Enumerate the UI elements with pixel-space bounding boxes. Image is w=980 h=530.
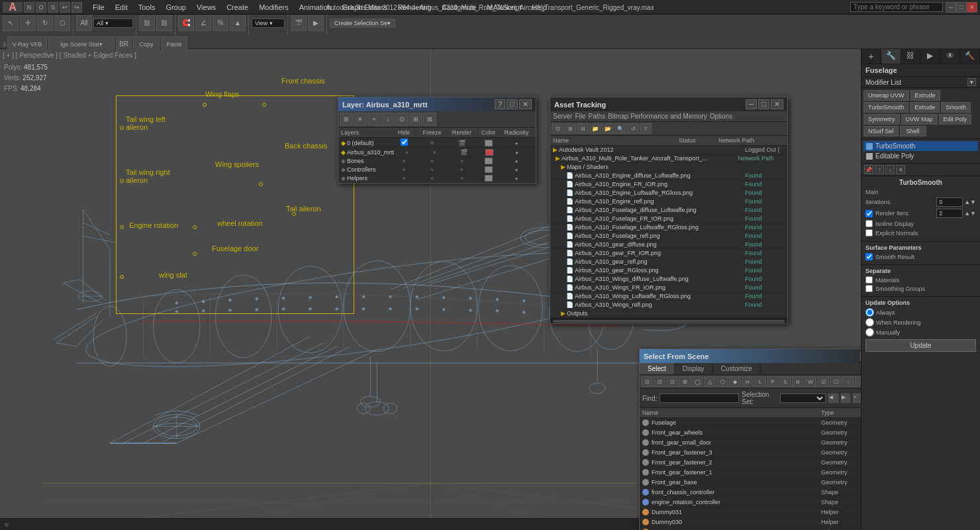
mod-btn-symmetry[interactable]: Symmetry xyxy=(863,114,900,125)
layer-row-bones[interactable]: ◆ Bones ● ● ● ● xyxy=(338,157,536,166)
manually-radio[interactable] xyxy=(865,328,874,337)
sfs-selset-btn-3[interactable]: + xyxy=(853,394,861,403)
when-rendering-radio[interactable] xyxy=(865,318,874,327)
link-btn[interactable]: ⛓ xyxy=(139,15,155,31)
sfs-find-input[interactable] xyxy=(660,394,739,403)
delete-mod-btn[interactable]: ✕ xyxy=(896,165,905,174)
undo-btn[interactable]: ↩ xyxy=(60,2,70,13)
layer-tool-2[interactable]: ✕ xyxy=(354,113,367,126)
select-btn[interactable]: ↖ xyxy=(3,15,19,31)
sfs-icon-14[interactable]: W xyxy=(805,376,816,387)
asset-menu-file[interactable]: File xyxy=(575,113,585,120)
asset-icon-3[interactable]: ⊟ xyxy=(577,123,589,134)
search-input[interactable] xyxy=(850,2,943,12)
modifier-editablepoly[interactable]: Editable Poly xyxy=(863,151,978,161)
sfs-tab-customize[interactable]: Customize xyxy=(713,363,761,374)
asset-icon-2[interactable]: ⊞ xyxy=(564,123,576,134)
tab-modify[interactable]: 🔧 xyxy=(881,49,901,64)
view-dropdown[interactable]: View ▾ xyxy=(252,19,285,28)
mod-btn-turbosmooth[interactable]: TurboSmooth xyxy=(863,102,908,113)
modifier-turbosmooth[interactable]: TurboSmooth xyxy=(863,141,978,151)
asset-row-fus-diff[interactable]: 📄 Airbus_A310_Fuselage_diffuse_Luftwaffe… xyxy=(550,206,787,215)
asset-min[interactable]: ─ xyxy=(746,99,758,109)
sfs-row-fgf1[interactable]: Front_gear_fastener_1 Geometry xyxy=(640,468,861,478)
asset-menu-bitmap[interactable]: Bitmap Performance and Memory xyxy=(608,113,707,120)
asset-row-eng-fr[interactable]: 📄 Airbus_A310_Engine_FR_IOR.png Found xyxy=(550,180,787,189)
asset-row-vault[interactable]: ▶ Autodesk Vault 2012 Logged Out ( xyxy=(550,146,787,154)
mod-btn-nsurf[interactable]: NSurf Sel xyxy=(863,126,899,136)
asset-icon-5[interactable]: 📂 xyxy=(602,123,614,134)
menu-views[interactable]: Views xyxy=(191,2,221,13)
asset-row-eng-refl[interactable]: 📄 Airbus_A310_Engine_refl.png Found xyxy=(550,197,787,206)
layer-dialog-min[interactable]: ? xyxy=(495,99,505,109)
asset-icon-8[interactable]: ? xyxy=(640,123,652,134)
sfs-icon-3[interactable]: ⊡ xyxy=(666,376,678,387)
percent-snap-btn[interactable]: % xyxy=(213,15,228,31)
sfs-selset-btn-2[interactable]: ▶ xyxy=(841,394,850,403)
layer-tool-1[interactable]: ⊞ xyxy=(340,113,353,126)
mod-btn-shell[interactable]: Shell xyxy=(900,126,926,136)
snap-btn[interactable]: 🧲 xyxy=(178,15,194,31)
minimize-btn[interactable]: ─ xyxy=(946,2,956,13)
sfs-row-dummy029[interactable]: Dummy029 Helper xyxy=(640,527,861,530)
save-btn[interactable]: S xyxy=(48,2,58,13)
angle-snap-btn[interactable]: ∠ xyxy=(195,15,211,31)
sfs-icon-11[interactable]: P xyxy=(767,376,779,387)
ts-render-iters-check[interactable] xyxy=(865,210,873,217)
hide-check-0[interactable] xyxy=(401,138,408,146)
menu-edit[interactable]: Edit xyxy=(110,2,133,13)
up-btn[interactable]: ↑ xyxy=(875,165,884,174)
update-button[interactable]: Update xyxy=(865,339,976,352)
layer-row-controllers[interactable]: ◆ Controllers ● ● ● ● xyxy=(338,166,536,174)
asset-row-eng-lw[interactable]: 📄 Airbus_A310_Engine_Luftwaffe_RGloss.pn… xyxy=(550,189,787,197)
sfs-icon-18[interactable]: ↓ xyxy=(855,376,861,387)
asset-icon-6[interactable]: 🔍 xyxy=(614,123,626,134)
smooth-result-check[interactable] xyxy=(865,253,873,260)
move-btn[interactable]: ✛ xyxy=(20,15,36,31)
create-selection-set[interactable]: Create Selection Se▾ xyxy=(330,19,395,28)
tab-motion[interactable]: ▶ xyxy=(920,49,940,64)
always-radio[interactable] xyxy=(865,308,874,317)
tab-utilities[interactable]: 🔨 xyxy=(960,49,980,64)
ts-render-iters-input[interactable] xyxy=(936,209,963,218)
layer-tool-7[interactable]: ⊠ xyxy=(423,113,436,126)
sfs-icon-12[interactable]: S xyxy=(779,376,791,387)
color-help[interactable] xyxy=(485,175,493,182)
render-btn[interactable]: ▶ xyxy=(308,15,324,31)
asset-row-fus-rg[interactable]: 📄 Airbus_A310_Fuselage_Luftwaffe_RGloss.… xyxy=(550,223,787,232)
mod-btn-uvwmap[interactable]: UVW Map xyxy=(901,114,938,125)
asset-menu-server[interactable]: Server xyxy=(553,113,572,120)
mod-btn-editpoly[interactable]: Edit Poly xyxy=(939,114,972,125)
asset-row-fus-refl[interactable]: 📄 Airbus_A310_Fuselage_refl.png Found xyxy=(550,232,787,240)
sfs-row-erc[interactable]: engine_rotation_controller Shape xyxy=(640,498,861,507)
sfs-icon-6[interactable]: △ xyxy=(704,376,716,387)
asset-row-fus-fr[interactable]: 📄 Airbus_A310_Fuselage_FR_IOR.png Found xyxy=(550,215,787,223)
new-btn[interactable]: N xyxy=(24,2,34,13)
maximize-btn[interactable]: □ xyxy=(956,2,967,13)
layer-row-helpers[interactable]: ◆ Helpers ● ● ● ● xyxy=(338,174,536,183)
sfs-icon-5[interactable]: ◯ xyxy=(691,376,703,387)
color-bones[interactable] xyxy=(485,158,493,164)
sfs-icon-4[interactable]: ⊞ xyxy=(679,376,691,387)
asset-row-wings-diff[interactable]: 📄 Airbus_A310_Wings_diffuse_Luftwaffe.pn… xyxy=(550,275,787,284)
color-ctrl[interactable] xyxy=(485,166,493,173)
mod-btn-smooth[interactable]: Smooth xyxy=(941,102,971,113)
asset-row-maps[interactable]: ▶ Maps / Shaders xyxy=(550,163,787,172)
mod-btn-extrude1[interactable]: Extrude xyxy=(910,90,940,101)
sfs-icon-2[interactable]: ⊡ xyxy=(654,376,665,387)
layer-dialog-close[interactable]: ✕ xyxy=(519,99,532,109)
sfs-icon-7[interactable]: ⬡ xyxy=(716,376,728,387)
asset-row-wings-rg[interactable]: 📄 Airbus_A310_Wings_Luftwaffe_RGloss.png… xyxy=(550,292,787,301)
asset-row-wings-fr[interactable]: 📄 Airbus_A310_Wings_FR_IOR.png Found xyxy=(550,284,787,292)
layer-tool-5[interactable]: ⊡ xyxy=(395,113,409,126)
ts-isoline-check[interactable] xyxy=(865,220,873,227)
menu-group[interactable]: Group xyxy=(160,2,191,13)
select-all-btn[interactable]: All xyxy=(76,15,92,31)
render-setup-btn[interactable]: 🎬 xyxy=(291,15,307,31)
sfs-icon-17[interactable]: ↑ xyxy=(842,376,854,387)
sfs-row-fgb[interactable]: Front_gear_base Geometry xyxy=(640,478,861,488)
asset-row-wings-refl[interactable]: 📄 Airbus_A310_Wings_refl.png Found xyxy=(550,301,787,309)
sfs-row-front-gear-wheels[interactable]: Front_gear_wheels Geometry xyxy=(640,428,861,438)
layer-dialog-max[interactable]: □ xyxy=(507,99,518,109)
menu-modifiers[interactable]: Modifiers xyxy=(254,2,294,13)
